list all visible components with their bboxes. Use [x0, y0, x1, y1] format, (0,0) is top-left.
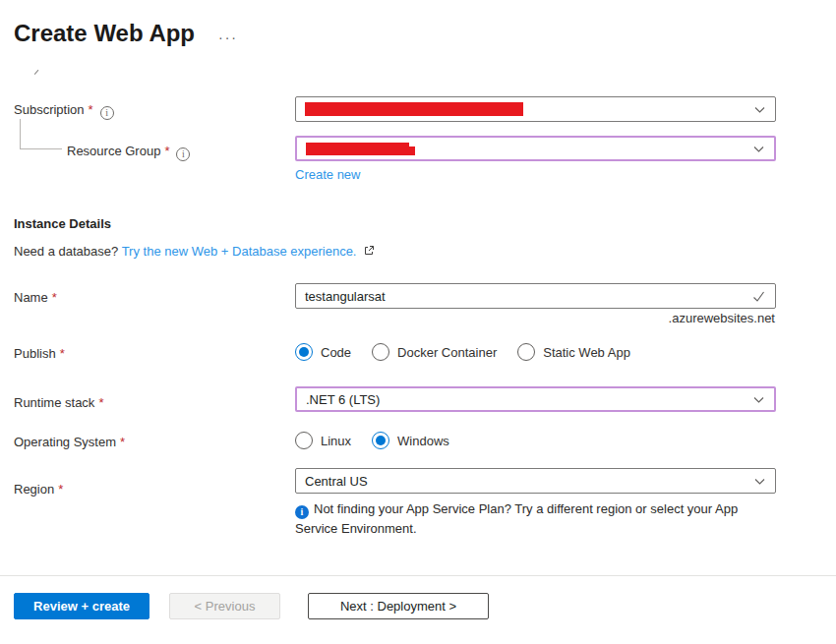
name-label: Name*: [14, 290, 57, 305]
tree-connector: [20, 119, 62, 149]
publish-label-text: Publish: [14, 346, 56, 361]
region-dropdown[interactable]: Central US: [295, 468, 776, 494]
radio-linux[interactable]: Linux: [295, 432, 351, 449]
name-input-value: testangularsat: [305, 289, 386, 304]
required-asterisk: *: [164, 144, 169, 158]
chevron-down-icon: [752, 393, 765, 406]
name-label-text: Name: [14, 290, 48, 305]
radio-selected-icon: [372, 432, 389, 449]
create-new-link[interactable]: Create new: [295, 167, 360, 182]
subscription-dropdown[interactable]: [295, 96, 776, 122]
database-prompt: Need a database?: [14, 244, 118, 259]
required-asterisk: *: [98, 395, 103, 410]
subscription-label: Subscription*i: [14, 102, 114, 120]
domain-suffix: .azurewebsites.net: [669, 311, 775, 325]
operating-system-radio-group: Linux Windows: [295, 431, 449, 450]
runtime-stack-dropdown[interactable]: .NET 6 (LTS): [295, 386, 776, 412]
review-create-button[interactable]: Review + create: [14, 593, 149, 619]
runtime-stack-label-text: Runtime stack: [14, 395, 94, 410]
radio-unselected-icon: [295, 432, 313, 449]
operating-system-label: Operating System*: [14, 435, 125, 449]
region-hint: iNot finding your App Service Plan? Try …: [295, 499, 779, 539]
redaction-bar: [306, 143, 409, 155]
required-asterisk: *: [89, 102, 93, 117]
radio-selected-icon: [295, 343, 313, 361]
region-label-text: Region: [14, 482, 54, 497]
radio-docker-container[interactable]: Docker Container: [372, 343, 497, 361]
region-hint-text: Not finding your App Service Plan? Try a…: [295, 501, 738, 536]
chevron-down-icon: [752, 143, 765, 155]
valid-check-icon: [751, 289, 766, 304]
radio-code[interactable]: Code: [295, 343, 351, 361]
runtime-stack-label: Runtime stack*: [14, 395, 103, 410]
required-asterisk: *: [52, 290, 57, 305]
name-input[interactable]: testangularsat: [295, 283, 776, 309]
subscription-info-icon[interactable]: i: [100, 106, 114, 120]
region-value: Central US: [305, 474, 368, 489]
footer-divider: [0, 575, 836, 576]
radio-label: Code: [321, 345, 351, 360]
radio-static-web-app[interactable]: Static Web App: [517, 343, 630, 361]
clipped-scroll-artifact: [34, 70, 42, 78]
radio-label: Static Web App: [543, 345, 630, 360]
resource-group-label: Resource Group*i: [67, 144, 190, 161]
chevron-down-icon: [753, 475, 766, 488]
chevron-down-icon: [753, 103, 766, 116]
resource-group-label-text: Resource Group: [67, 144, 160, 158]
radio-label: Windows: [397, 434, 449, 448]
publish-radio-group: Code Docker Container Static Web App: [295, 342, 630, 362]
resource-group-dropdown[interactable]: [295, 136, 776, 161]
region-label: Region*: [14, 482, 63, 497]
redaction-bar: [305, 102, 523, 116]
radio-label: Linux: [321, 434, 351, 448]
info-icon: i: [295, 505, 309, 519]
page-title: Create Web App: [14, 20, 195, 47]
subscription-label-text: Subscription: [14, 102, 85, 117]
required-asterisk: *: [60, 346, 65, 361]
instance-details-heading: Instance Details: [14, 216, 111, 231]
operating-system-label-text: Operating System: [14, 435, 116, 449]
runtime-stack-value: .NET 6 (LTS): [306, 392, 380, 407]
previous-button[interactable]: < Previous: [169, 593, 280, 619]
required-asterisk: *: [58, 482, 63, 497]
external-link-icon: [363, 245, 375, 260]
database-suggestion: Need a database? Try the new Web + Datab…: [14, 244, 375, 260]
more-options-button[interactable]: ···: [218, 30, 238, 44]
next-deployment-button[interactable]: Next : Deployment >: [308, 593, 489, 619]
radio-unselected-icon: [372, 343, 389, 361]
resource-group-info-icon[interactable]: i: [176, 147, 190, 161]
create-web-app-page: Create Web App ··· Subscription*i Resour…: [0, 0, 836, 644]
radio-label: Docker Container: [397, 345, 497, 360]
required-asterisk: *: [120, 435, 125, 449]
publish-label: Publish*: [14, 346, 65, 361]
radio-unselected-icon: [517, 343, 535, 361]
database-experience-link[interactable]: Try the new Web + Database experience.: [122, 244, 357, 259]
radio-windows[interactable]: Windows: [372, 432, 449, 449]
